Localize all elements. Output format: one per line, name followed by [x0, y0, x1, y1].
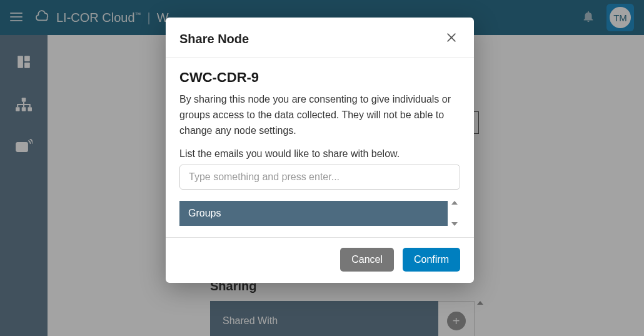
- groups-spinner: [451, 201, 460, 226]
- modal-body: CWC-CDR-9 By sharing this node you are c…: [166, 58, 474, 237]
- share-node-modal: Share Node CWC-CDR-9 By sharing this nod…: [166, 18, 474, 283]
- share-instruction: List the emails you would like to share …: [179, 148, 460, 160]
- cancel-button[interactable]: Cancel: [340, 248, 394, 272]
- modal-footer: Cancel Confirm: [166, 237, 474, 283]
- chevron-up-icon[interactable]: [451, 201, 458, 205]
- groups-header[interactable]: Groups: [179, 201, 448, 226]
- node-name: CWC-CDR-9: [179, 69, 460, 86]
- share-description: By sharing this node you are consenting …: [179, 92, 460, 138]
- groups-label: Groups: [188, 208, 221, 219]
- email-input[interactable]: [179, 165, 460, 190]
- chevron-down-icon[interactable]: [451, 222, 458, 226]
- confirm-button[interactable]: Confirm: [403, 248, 460, 272]
- close-icon[interactable]: [443, 29, 460, 49]
- modal-header: Share Node: [166, 18, 474, 58]
- modal-title: Share Node: [179, 32, 249, 46]
